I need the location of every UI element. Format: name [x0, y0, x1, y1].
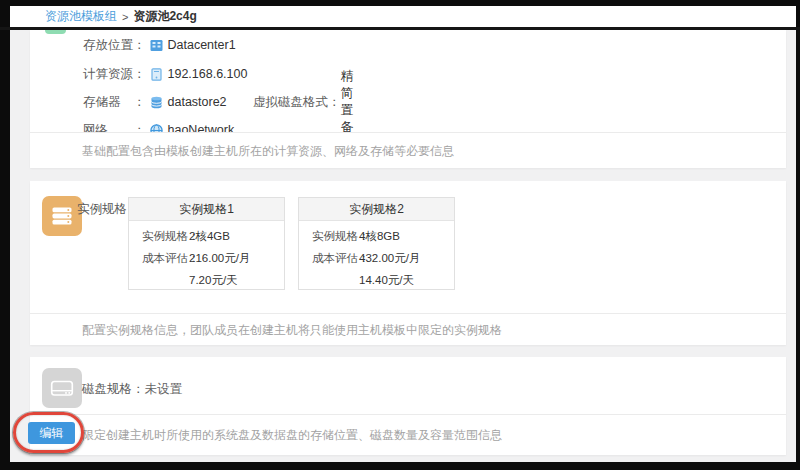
- spec-label: 实例规格：: [142, 229, 189, 244]
- page-content: 存放位置： Datacenter1 计算资源： 192.168.6.100 存储…: [10, 30, 796, 462]
- cost-label: 成本评估：: [142, 251, 189, 266]
- location-label: 存放位置：: [83, 37, 146, 54]
- edit-button[interactable]: 编辑: [28, 422, 75, 444]
- storage-value: datastore2: [168, 95, 227, 109]
- disk-spec-status: 磁盘规格： 未设置: [82, 381, 182, 398]
- instance-spec-hint: 配置实例规格信息，团队成员在创建主机将只能使用主机模板中限定的实例规格: [30, 314, 786, 346]
- cost-day-value: 7.20元/天: [189, 273, 238, 288]
- config-row-storage: 存储器 ： datastore2 虚拟磁盘格式： 精简置备: [83, 94, 227, 110]
- breadcrumb-current-page: 资源池2c4g: [133, 8, 196, 25]
- spec-row: 成本评估： 216.00元/月: [142, 247, 284, 269]
- spec-box-1-title: 实例规格1: [129, 198, 284, 221]
- config-row-location: 存放位置： Datacenter1: [83, 37, 236, 53]
- disk-spec-label: 磁盘规格：: [82, 381, 145, 398]
- spec-row: 成本评估： 432.00元/月: [312, 247, 454, 269]
- compute-value: 192.168.6.100: [168, 67, 248, 81]
- compute-label: 计算资源：: [83, 66, 146, 83]
- spec-box-2: 实例规格2 实例规格： 4核8GB 成本评估： 432.00元/月 14.40元…: [298, 197, 455, 290]
- spec-row: 14.40元/天: [312, 269, 454, 291]
- spec-row: 7.20元/天: [142, 269, 284, 291]
- window-frame: 资源池模板组 > 资源池2c4g 存放位置： Datacenter1 计算资源：…: [0, 0, 800, 470]
- disk-spec-icon: [42, 368, 82, 408]
- breadcrumb-link-template-group[interactable]: 资源池模板组: [45, 8, 117, 25]
- spec-value: 4核8GB: [359, 229, 400, 244]
- breadcrumb: 资源池模板组 > 资源池2c4g: [10, 6, 796, 27]
- disk-format-value: 精简置备: [341, 68, 354, 136]
- location-value: Datacenter1: [168, 38, 236, 52]
- host-icon: [149, 67, 164, 82]
- cost-month-value: 216.00元/月: [189, 251, 250, 266]
- datacenter-icon: [149, 38, 164, 53]
- datastore-icon: [149, 95, 164, 110]
- disk-spec-value: 未设置: [145, 381, 183, 398]
- disk-format-field: 虚拟磁盘格式： 精简置备: [253, 94, 353, 110]
- cost-label: 成本评估：: [312, 251, 359, 266]
- spec-row: 实例规格： 2核4GB: [142, 225, 284, 247]
- disk-spec-hint-bar: 限定创建主机时所使用的系统盘及数据盘的存储位置、磁盘数量及容量范围信息: [30, 414, 786, 455]
- disk-spec-hint: 限定创建主机时所使用的系统盘及数据盘的存储位置、磁盘数量及容量范围信息: [30, 415, 786, 456]
- config-row-compute: 计算资源： 192.168.6.100: [83, 66, 247, 82]
- instance-spec-icon: [42, 196, 82, 236]
- spec-box-2-title: 实例规格2: [299, 198, 454, 221]
- spec-box-2-body: 实例规格： 4核8GB 成本评估： 432.00元/月 14.40元/天: [299, 221, 454, 291]
- basic-config-hint-bar: 基础配置包含由模板创建主机所在的计算资源、网络及存储等必要信息: [30, 132, 786, 168]
- spec-label: 实例规格：: [312, 229, 359, 244]
- spec-box-1-body: 实例规格： 2核4GB 成本评估： 216.00元/月 7.20元/天: [129, 221, 284, 291]
- basic-config-icon-partial: [45, 30, 66, 34]
- disk-spec-card: 磁盘规格： 未设置 限定创建主机时所使用的系统盘及数据盘的存储位置、磁盘数量及容…: [30, 357, 786, 455]
- spec-row: 实例规格： 4核8GB: [312, 225, 454, 247]
- basic-config-card: 存放位置： Datacenter1 计算资源： 192.168.6.100 存储…: [30, 30, 786, 168]
- instance-spec-hint-bar: 配置实例规格信息，团队成员在创建主机将只能使用主机模板中限定的实例规格: [30, 313, 786, 345]
- cost-day-value: 14.40元/天: [359, 273, 414, 288]
- disk-format-label: 虚拟磁盘格式：: [253, 94, 341, 111]
- breadcrumb-separator: >: [122, 11, 128, 23]
- cost-month-value: 432.00元/月: [359, 251, 420, 266]
- spec-value: 2核4GB: [189, 229, 230, 244]
- basic-config-hint: 基础配置包含由模板创建主机所在的计算资源、网络及存储等必要信息: [30, 133, 786, 169]
- storage-label: 存储器 ：: [83, 94, 146, 111]
- spec-box-1: 实例规格1 实例规格： 2核4GB 成本评估： 216.00元/月 7.20元/…: [128, 197, 285, 290]
- instance-spec-card: 实例规格： 实例规格1 实例规格： 2核4GB 成本评估： 216.00元/月 …: [30, 181, 786, 345]
